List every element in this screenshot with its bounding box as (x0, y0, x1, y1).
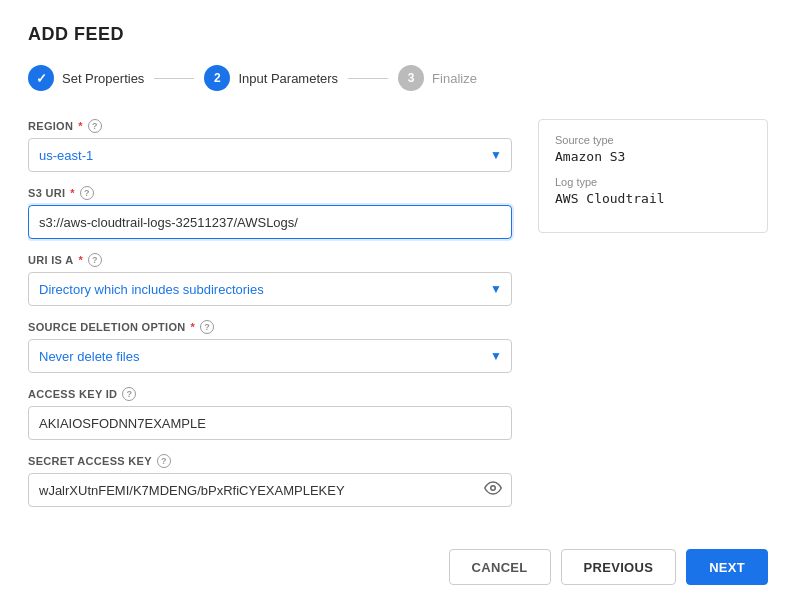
secret-key-input[interactable] (28, 473, 512, 507)
s3uri-required: * (70, 187, 75, 199)
step-2: 2 Input Parameters (204, 65, 338, 91)
step-1-label: Set Properties (62, 71, 144, 86)
region-group: REGION * ? us-east-1 us-east-2 us-west-1… (28, 119, 512, 172)
log-type-value: AWS Cloudtrail (555, 191, 751, 206)
svg-point-0 (491, 486, 496, 491)
access-key-help-icon[interactable]: ? (122, 387, 136, 401)
s3uri-input[interactable] (28, 205, 512, 239)
region-select-wrapper: us-east-1 us-east-2 us-west-1 us-west-2 … (28, 138, 512, 172)
access-key-group: ACCESS KEY ID ? (28, 387, 512, 440)
source-type-meta: Source type Amazon S3 (555, 134, 751, 164)
step-2-circle: 2 (204, 65, 230, 91)
step-3: 3 Finalize (398, 65, 477, 91)
uri-is-a-help-icon[interactable]: ? (88, 253, 102, 267)
step-3-number: 3 (408, 71, 415, 85)
eye-icon[interactable] (484, 479, 502, 501)
form-scroll-area[interactable]: REGION * ? us-east-1 us-east-2 us-west-1… (28, 119, 518, 519)
step-3-label: Finalize (432, 71, 477, 86)
source-deletion-group: SOURCE DELETION OPTION * ? Never delete … (28, 320, 512, 373)
secret-key-group: SECRET ACCESS KEY ? (28, 454, 512, 507)
form-panel: REGION * ? us-east-1 us-east-2 us-west-1… (28, 119, 518, 519)
step-2-number: 2 (214, 71, 221, 85)
log-type-label: Log type (555, 176, 751, 188)
step-1: ✓ Set Properties (28, 65, 144, 91)
next-button[interactable]: NEXT (686, 549, 768, 585)
step-2-label: Input Parameters (238, 71, 338, 86)
source-deletion-label: SOURCE DELETION OPTION * ? (28, 320, 512, 334)
step-connector-2 (348, 78, 388, 79)
secret-key-input-wrapper (28, 473, 512, 507)
secret-key-label: SECRET ACCESS KEY ? (28, 454, 512, 468)
uri-is-a-group: URI IS A * ? Directory which includes su… (28, 253, 512, 306)
uri-is-a-select-wrapper: Directory which includes subdirectories … (28, 272, 512, 306)
region-select[interactable]: us-east-1 us-east-2 us-west-1 us-west-2 (28, 138, 512, 172)
uri-is-a-required: * (78, 254, 83, 266)
source-deletion-select-wrapper: Never delete files Delete after ingestio… (28, 339, 512, 373)
s3uri-help-icon[interactable]: ? (80, 186, 94, 200)
secret-key-help-icon[interactable]: ? (157, 454, 171, 468)
uri-is-a-select[interactable]: Directory which includes subdirectories … (28, 272, 512, 306)
step-3-circle: 3 (398, 65, 424, 91)
page-title: ADD FEED (28, 24, 768, 45)
region-help-icon[interactable]: ? (88, 119, 102, 133)
s3uri-group: S3 URI * ? (28, 186, 512, 239)
source-type-label: Source type (555, 134, 751, 146)
stepper: ✓ Set Properties 2 Input Parameters 3 Fi… (28, 65, 768, 91)
cancel-button[interactable]: CANCEL (449, 549, 551, 585)
side-panel: Source type Amazon S3 Log type AWS Cloud… (538, 119, 768, 233)
previous-button[interactable]: PREVIOUS (561, 549, 677, 585)
log-type-meta: Log type AWS Cloudtrail (555, 176, 751, 206)
step-1-circle: ✓ (28, 65, 54, 91)
page-container: ADD FEED ✓ Set Properties 2 Input Parame… (0, 0, 796, 593)
uri-is-a-label: URI IS A * ? (28, 253, 512, 267)
step-1-checkmark: ✓ (36, 71, 47, 86)
main-layout: REGION * ? us-east-1 us-east-2 us-west-1… (28, 119, 768, 519)
source-deletion-required: * (191, 321, 196, 333)
access-key-label: ACCESS KEY ID ? (28, 387, 512, 401)
source-deletion-help-icon[interactable]: ? (200, 320, 214, 334)
step-connector-1 (154, 78, 194, 79)
region-label: REGION * ? (28, 119, 512, 133)
source-type-value: Amazon S3 (555, 149, 751, 164)
access-key-input[interactable] (28, 406, 512, 440)
source-deletion-select[interactable]: Never delete files Delete after ingestio… (28, 339, 512, 373)
s3uri-label: S3 URI * ? (28, 186, 512, 200)
region-required: * (78, 120, 83, 132)
